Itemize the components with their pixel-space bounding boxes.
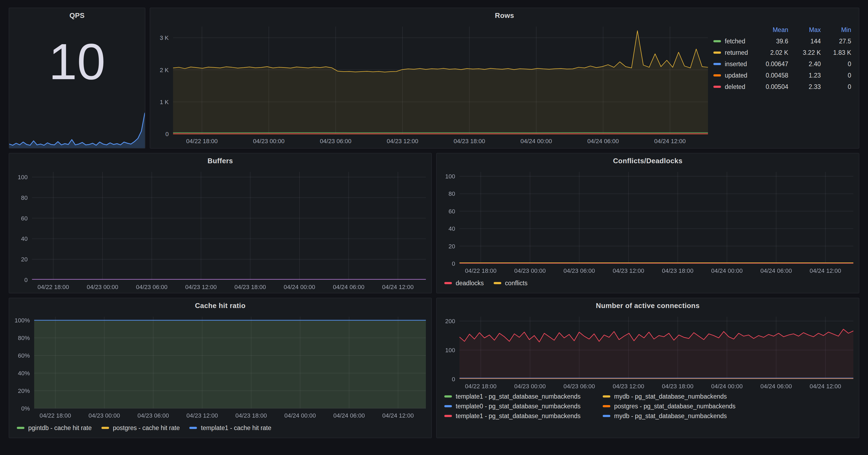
x-tick-label: 04/23 00:00 [87, 284, 118, 290]
qps_spark-plot [9, 105, 145, 148]
series-color-dash [713, 74, 721, 76]
y-tick-label: 0 [165, 131, 169, 137]
series-color-dash [603, 405, 610, 407]
rows-legend-table: MeanMaxMinfetched39.614427.5returned2.02… [711, 22, 858, 147]
panel-header-buffers[interactable]: Buffers [9, 154, 431, 168]
y-tick-label: 40 [21, 235, 28, 242]
series-color-dash [444, 405, 452, 407]
series-line [173, 31, 708, 72]
x-tick-label: 04/23 18:00 [235, 284, 266, 290]
x-tick-label: 04/23 18:00 [662, 383, 693, 390]
panel-buffers: Buffers 02040608010004/22 18:0004/23 00:… [9, 153, 432, 293]
legend-returned-min: 1.83 K [823, 50, 851, 56]
panel-header-conflicts[interactable]: Conflicts/Deadlocks [437, 154, 859, 168]
series-fill [34, 320, 426, 409]
panel-title-rows: Rows [495, 11, 514, 19]
y-tick-label: 2 K [160, 67, 169, 73]
x-tick-label: 04/23 06:00 [563, 383, 595, 390]
conflicts-chart: 02040608010004/22 18:0004/23 00:0004/23 … [437, 168, 859, 277]
cache-legend-item-1[interactable]: pgintdb - cache hit rate [17, 425, 92, 431]
conflicts-legend-item-1[interactable]: deadlocks [444, 280, 484, 286]
legend-sort-mean[interactable]: Mean [755, 27, 788, 33]
connections-legend-item-4[interactable]: postgres - pg_stat_database_numbackends [603, 403, 854, 410]
series-color-dash [444, 395, 452, 397]
panel-title-buffers: Buffers [208, 157, 233, 165]
y-tick-label: 60% [18, 352, 30, 359]
panel-title-qps: QPS [69, 11, 85, 19]
series-name: inserted [725, 61, 747, 67]
y-tick-label: 0 [452, 376, 455, 383]
connections-legend-item-6[interactable]: mydb - pg_stat_database_numbackends [603, 413, 854, 419]
panel-header-qps[interactable]: QPS [9, 8, 145, 22]
y-tick-label: 200 [445, 318, 455, 325]
series-fill [9, 113, 145, 148]
x-tick-label: 04/23 06:00 [320, 138, 351, 144]
legend-deleted-max: 2.33 [790, 84, 821, 90]
legend-returned-max: 3.22 K [790, 50, 821, 56]
x-tick-label: 04/22 18:00 [465, 267, 496, 274]
legend-series-returned[interactable]: returned [713, 50, 752, 56]
x-tick-label: 04/24 12:00 [382, 412, 414, 419]
dashboard-viewport: QPS 10 Rows 01 K2 K3 K04/22 18:0004/23 0… [0, 0, 868, 455]
series-color-dash [713, 86, 721, 88]
y-tick-label: 20 [21, 256, 28, 263]
legend-inserted-mean: 0.00647 [755, 61, 788, 67]
legend-sort-max[interactable]: Max [790, 27, 821, 33]
legend-series-fetched[interactable]: fetched [713, 38, 752, 44]
x-tick-label: 04/24 06:00 [333, 412, 365, 419]
series-line [173, 133, 708, 133]
x-tick-label: 04/23 18:00 [236, 412, 267, 419]
series-name: deadlocks [456, 280, 484, 286]
series-color-dash [713, 40, 721, 42]
connections-legend-item-1[interactable]: template1 - pg_stat_database_numbackends [444, 393, 603, 400]
connections-legend: template1 - pg_stat_database_numbackends… [437, 392, 859, 437]
legend-sort-min[interactable]: Min [823, 27, 851, 33]
connections-legend-item-2[interactable]: mydb - pg_stat_database_numbackends [603, 393, 854, 400]
x-tick-label: 04/24 12:00 [382, 284, 414, 290]
series-name: template1 - cache hit rate [201, 425, 272, 431]
y-tick-label: 20 [448, 243, 455, 250]
x-tick-label: 04/23 06:00 [137, 412, 169, 419]
panel-header-connections[interactable]: Number of active connections [437, 298, 859, 313]
series-color-dash [713, 63, 721, 65]
x-tick-label: 04/24 12:00 [810, 267, 841, 274]
panel-header-rows[interactable]: Rows [150, 8, 859, 22]
cache-legend: pgintdb - cache hit ratepostgres - cache… [9, 421, 431, 437]
series-color-dash [713, 52, 721, 54]
x-tick-label: 04/24 00:00 [284, 412, 316, 419]
dashboard-row-3: Cache hit ratio 0%20%40%60%80%100%04/22 … [9, 298, 859, 438]
x-tick-label: 04/23 00:00 [514, 267, 546, 274]
connections-legend-item-3[interactable]: template0 - pg_stat_database_numbackends [444, 403, 603, 410]
panel-header-cache[interactable]: Cache hit ratio [9, 298, 431, 313]
y-tick-label: 0% [21, 405, 30, 412]
y-tick-label: 80 [448, 190, 455, 197]
y-tick-label: 100% [14, 317, 30, 324]
connections-legend-item-5[interactable]: template1 - pg_stat_database_numbackends [444, 413, 603, 419]
cache-legend-item-2[interactable]: postgres - cache hit rate [101, 425, 180, 431]
y-tick-label: 60 [21, 215, 28, 222]
y-tick-label: 1 K [160, 99, 169, 105]
legend-series-updated[interactable]: updated [713, 72, 752, 78]
x-tick-label: 04/24 00:00 [711, 267, 743, 274]
y-tick-label: 100 [445, 173, 455, 180]
series-color-dash [444, 415, 452, 417]
x-tick-label: 04/23 12:00 [186, 412, 218, 419]
legend-deleted-mean: 0.00504 [755, 84, 788, 90]
series-name: pgintdb - cache hit rate [28, 425, 92, 431]
series-name: updated [725, 72, 747, 78]
rows-legend-grid: MeanMaxMinfetched39.614427.5returned2.02… [713, 27, 851, 90]
panel-qps: QPS 10 [9, 8, 145, 149]
conflicts-legend-item-2[interactable]: conflicts [494, 280, 528, 286]
legend-inserted-min: 0 [823, 61, 851, 67]
legend-fetched-min: 27.5 [823, 38, 851, 44]
y-tick-label: 40 [448, 225, 455, 232]
legend-series-inserted[interactable]: inserted [713, 61, 752, 67]
series-color-dash [101, 427, 109, 429]
series-color-dash [444, 282, 452, 284]
legend-deleted-min: 0 [823, 84, 851, 90]
legend-series-deleted[interactable]: deleted [713, 84, 752, 90]
series-color-dash [603, 395, 610, 397]
cache-legend-item-3[interactable]: template1 - cache hit rate [190, 425, 272, 431]
panel-title-conflicts: Conflicts/Deadlocks [613, 157, 682, 165]
legend-fetched-mean: 39.6 [755, 38, 788, 44]
